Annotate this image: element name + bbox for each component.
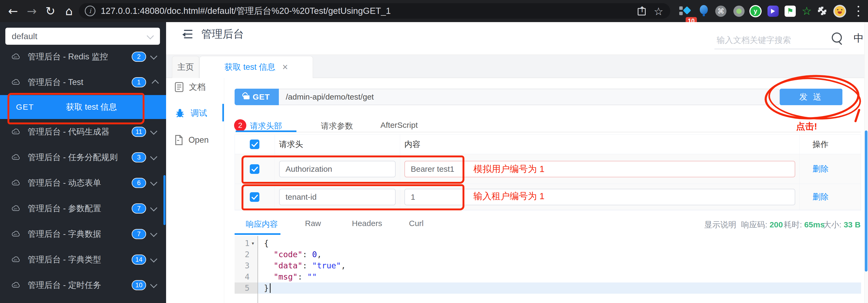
send-button[interactable]: 发 送 [780, 89, 842, 105]
row-checkbox[interactable] [250, 192, 259, 202]
status-code-stat: 响应码: 200 [741, 220, 783, 230]
search-icon[interactable] [832, 32, 842, 43]
bug-icon [175, 108, 185, 119]
sidebar-group-count-badge: 14 [132, 255, 146, 265]
record-ext-icon[interactable] [732, 0, 746, 22]
editor-line-number: 2 [235, 249, 250, 260]
sidebar-group-count-badge: 1 [132, 77, 146, 87]
doc-nav-item-open[interactable]: Open [175, 135, 209, 145]
delete-row-link[interactable]: 删除 [812, 192, 829, 202]
balloon-ext-icon[interactable] [696, 0, 711, 22]
header-name-input[interactable]: tenant-id [279, 189, 396, 205]
doc-search-input[interactable] [714, 49, 839, 49]
sidebar-group[interactable]: API管理后台 - Redis 监控2 [0, 44, 166, 69]
tab-afterscript[interactable]: AfterScript [380, 121, 418, 130]
api-cloud-icon: API [11, 53, 21, 61]
response-json-editor[interactable]: 1▾{2 "code": 0,3 "data": "true",4 "msg":… [235, 236, 861, 303]
flag-ext-icon[interactable]: ⚑ [783, 0, 798, 22]
response-tab-content[interactable]: 响应内容 [246, 219, 278, 230]
tab-home[interactable]: 主页 [172, 56, 199, 78]
page-scrollbar-thumb[interactable] [865, 131, 867, 272]
sidebar-group-count-badge: 6 [132, 178, 146, 188]
sidebar-group-count-badge: 7 [132, 203, 146, 213]
sidebar-group-label: 管理后台 - 任务分配规则 [28, 152, 118, 163]
endpoint-label: 获取 test 信息 [66, 101, 117, 113]
url-text[interactable]: 127.0.0.1:48080/doc.html#/default/管理后台%2… [101, 5, 391, 17]
chevron-down-icon [150, 255, 157, 263]
doc-search-placeholder: 输入文档关键字搜索 [717, 35, 791, 46]
star-green-ext-icon[interactable]: ☆ [799, 0, 814, 22]
api-sidebar: default API管理后台 - Redis 监控2API管理后台 - Tes… [0, 22, 166, 303]
pinned-ext-diamond-icon[interactable]: 10 [678, 0, 692, 22]
response-tab-raw[interactable]: Raw [305, 219, 321, 228]
svg-text:API: API [13, 233, 17, 236]
language-toggle[interactable]: 中 [854, 31, 864, 45]
bookmark-star-icon[interactable]: ☆ [654, 5, 663, 18]
chevron-down-icon [150, 281, 157, 288]
sidebar-scrollbar-thumb[interactable] [163, 175, 165, 225]
sidebar-endpoint-active[interactable]: GET获取 test 信息 [0, 95, 166, 119]
editor-cursor [270, 283, 271, 293]
sidebar-group[interactable]: API管理后台 - 字典类型14 [0, 247, 166, 272]
tab-request-headers[interactable]: 请求头部 [250, 121, 282, 132]
share-icon[interactable]: ↑ [638, 6, 646, 15]
shield-ext-icon[interactable] [766, 0, 781, 22]
header-value-input[interactable]: 1 [404, 189, 795, 205]
svg-text:API: API [13, 208, 17, 210]
select-all-checkbox[interactable] [250, 139, 259, 149]
sidebar-group[interactable]: API管理后台 - 代码生成器11 [0, 119, 166, 144]
browser-menu-icon[interactable] [851, 0, 866, 22]
v-green-ext-icon[interactable]: y [748, 0, 763, 22]
back-button[interactable]: ← [4, 0, 22, 22]
column-header-value: 内容 [404, 139, 421, 150]
svg-text:API: API [13, 81, 17, 84]
reload-button[interactable]: ↻ [41, 0, 59, 22]
site-info-icon[interactable]: i [85, 6, 95, 16]
group-select-value: default [12, 31, 37, 41]
forward-button[interactable]: → [23, 0, 40, 22]
sidebar-group-count-badge: 10 [132, 280, 146, 290]
command-ext-icon[interactable]: ⌘ [713, 0, 728, 22]
show-description-label: 显示说明 [704, 220, 736, 230]
home-button[interactable]: ⌂ [60, 0, 78, 22]
row-checkbox[interactable] [250, 164, 259, 174]
table-row: AuthorizationBearer test1删除 [235, 154, 861, 184]
request-url-input[interactable]: /admin-api/demo/test/get [286, 92, 374, 101]
sidebar-group[interactable]: API管理后台 - 定时任务10 [0, 272, 166, 298]
header-value-input[interactable]: Bearer test1 [404, 161, 795, 177]
sidebar-group-count-badge: 7 [132, 229, 146, 239]
response-tab-curl[interactable]: Curl [409, 219, 424, 228]
doc-nav-item-doc[interactable]: 文档 [175, 81, 206, 93]
tab-close-icon[interactable]: × [282, 62, 288, 73]
table-row: tenant-id1删除 [235, 184, 861, 210]
sidebar-group[interactable]: API管理后台 - Test1 [0, 69, 166, 95]
delete-row-link[interactable]: 删除 [812, 164, 829, 174]
editor-code-line: } [264, 282, 269, 294]
puzzle-extensions-icon[interactable] [815, 0, 830, 22]
chevron-down-icon [150, 153, 157, 160]
collapse-menu-icon[interactable] [180, 29, 193, 40]
sidebar-group[interactable]: API管理后台 - 任务分配规则3 [0, 144, 166, 170]
request-headers-table: 请求头 内容 操作 AuthorizationBearer test1删除ten… [235, 134, 861, 210]
response-tab-headers[interactable]: Headers [352, 219, 382, 228]
sidebar-group[interactable]: API管理后台 - 参数配置7 [0, 196, 166, 221]
sidebar-group[interactable]: API管理后台 - 动态表单6 [0, 170, 166, 196]
doc-nav-item-debug[interactable]: 调试 [175, 108, 207, 119]
header-count-badge: 2 [234, 119, 246, 132]
size-stat: 大小: 33 B [823, 220, 861, 230]
tab-request-params[interactable]: 请求参数 [321, 121, 353, 132]
address-bar[interactable]: i 127.0.0.1:48080/doc.html#/default/管理后台… [79, 3, 670, 19]
sidebar-group[interactable]: API管理后台 - 字典数据7 [0, 221, 166, 247]
fold-arrow-icon[interactable]: ▾ [251, 238, 255, 249]
method-get-button[interactable]: GET [235, 89, 279, 105]
group-select[interactable]: default [5, 28, 160, 45]
profile-avatar[interactable] [832, 0, 847, 22]
column-header-name: 请求头 [279, 139, 303, 150]
header-name-input[interactable]: Authorization [279, 161, 396, 177]
time-value: 65ms [804, 220, 825, 229]
response-tabs-active-underline [235, 233, 280, 235]
editor-line-number: 3 [235, 260, 250, 271]
svg-text:API: API [13, 131, 17, 133]
time-stat: 耗时: 65ms [784, 220, 825, 230]
tab-get-test-info[interactable]: 获取 test 信息 × [199, 56, 313, 78]
